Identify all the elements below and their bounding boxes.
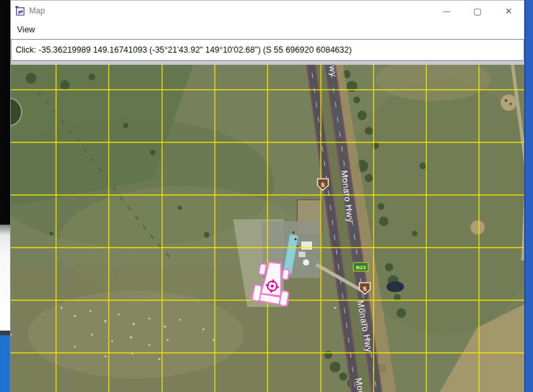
window-controls: — ▢ ✕ [431, 1, 524, 21]
route-badge-b23: B23 [353, 262, 368, 271]
minimize-button-icon[interactable]: — [431, 1, 462, 21]
aerial-map[interactable]: Monaro Hwy Monaro Hwy Monaro Hwy Monaro … [11, 65, 524, 392]
svg-text:B23: B23 [356, 264, 366, 271]
desktop-backdrop-blue [0, 335, 10, 392]
close-button-icon[interactable]: ✕ [493, 1, 524, 21]
desktop-backdrop-black [0, 0, 10, 225]
app-icon: P [16, 6, 25, 16]
maximize-button-icon[interactable]: ▢ [462, 1, 493, 21]
menu-item-view[interactable]: View [12, 23, 40, 36]
title-bar[interactable]: P Map — ▢ ✕ [11, 1, 524, 21]
desktop-backdrop-white [0, 225, 10, 331]
svg-text:5: 5 [363, 285, 366, 292]
desktop-backdrop-blue-right [524, 0, 533, 392]
desktop-backdrop-dark-line [0, 331, 10, 335]
svg-text:5: 5 [321, 181, 324, 188]
map-viewport[interactable]: Monaro Hwy Monaro Hwy Monaro Hwy Monaro … [11, 65, 524, 392]
click-coordinates-bar: Click: -35.36219989 149.16741093 (-35°21… [11, 39, 524, 61]
click-coordinates-text: Click: -35.36219989 149.16741093 (-35°21… [11, 45, 352, 55]
menu-bar: View [11, 21, 524, 39]
window-title: Map [29, 6, 45, 16]
